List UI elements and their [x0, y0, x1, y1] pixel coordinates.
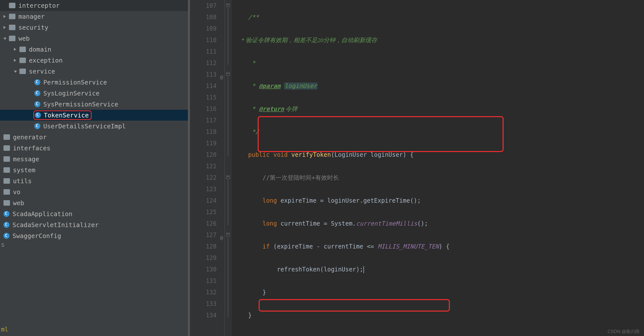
tree-item[interactable]: interfaces [0, 142, 188, 153]
tree-item[interactable]: utils [0, 176, 188, 187]
class-icon [4, 222, 10, 228]
chevron-right-icon[interactable] [4, 14, 8, 19]
class-icon [34, 101, 40, 107]
tree-item[interactable]: web [0, 33, 188, 44]
line-number: 123 [190, 184, 216, 195]
chevron-down-icon[interactable] [4, 36, 8, 41]
line-number: 114 [190, 80, 216, 92]
line-number: 119 [190, 138, 216, 149]
chevron-right-icon[interactable] [14, 47, 18, 52]
tree-item[interactable]: domain [0, 44, 188, 55]
tree-label: interceptor [18, 2, 60, 9]
tree-label: interfaces [13, 144, 50, 152]
tree-item[interactable]: manager [0, 11, 188, 22]
line-number: 121 [190, 160, 216, 172]
tree-label: exception [29, 57, 62, 64]
line-number: 130 [190, 264, 216, 275]
tree-item[interactable]: ScadaServletInitializer [0, 219, 188, 230]
tree-label: web [13, 199, 24, 207]
tree-label: TokenService [44, 112, 89, 119]
tree-label: domain [29, 46, 51, 53]
tree-label: message [13, 155, 39, 163]
line-number: 112 [190, 57, 216, 69]
tree-item[interactable]: vo [0, 187, 188, 197]
line-number: 126 [190, 218, 216, 229]
class-icon [4, 233, 10, 239]
line-number: 109 [190, 23, 216, 34]
folder-icon [4, 189, 10, 195]
tree-item[interactable]: security [0, 22, 188, 33]
fold-column[interactable] [225, 0, 232, 336]
tree-item[interactable]: PermissionService [0, 77, 188, 88]
tree-label: utils [13, 178, 32, 185]
folder-icon [9, 25, 16, 30]
fold-toggle[interactable] [226, 176, 230, 179]
line-number: 127@ [190, 229, 216, 241]
watermark: CSDN @夜の雨 [608, 328, 640, 334]
line-number: 128 [190, 241, 216, 252]
code-editor[interactable]: 107 108 109 110 111 112 113@ 114 115 116… [188, 0, 644, 336]
folder-icon [4, 145, 10, 151]
line-number: 132 [190, 287, 216, 298]
tree-label: ScadaServletInitializer [12, 221, 98, 229]
chevron-right-icon[interactable] [14, 58, 18, 63]
tree-label: ScadaApplication [12, 210, 72, 218]
tree-item[interactable]: SwaggerConfig [0, 230, 188, 241]
folder-icon [9, 3, 16, 8]
line-number: 120 [190, 149, 216, 160]
line-number: 110 [190, 34, 216, 46]
folder-icon [4, 134, 10, 140]
line-number: 118 [190, 126, 216, 138]
line-number: 122 [190, 172, 216, 184]
override-icon[interactable]: @ [220, 71, 223, 83]
class-icon [34, 90, 40, 96]
tree-label: SysPermissionService [43, 101, 118, 108]
fold-toggle[interactable] [226, 233, 230, 236]
tree-label: web [18, 35, 30, 42]
folder-icon [9, 14, 16, 19]
tree-label: SwaggerConfig [12, 232, 61, 240]
tree-item[interactable]: interceptor [0, 0, 188, 11]
line-number: 107 [190, 0, 216, 12]
line-number: 116 [190, 103, 216, 115]
tree-label: manager [18, 13, 44, 20]
tree-label: system [13, 166, 35, 174]
folder-icon [20, 58, 26, 63]
tree-item[interactable]: system [0, 164, 188, 176]
project-tree[interactable]: interceptor manager security web domain … [0, 0, 188, 336]
tree-cut-label: s [0, 241, 188, 248]
code-area[interactable]: /** * 验证令牌有效期，相差不足20分钟，自动刷新缓存 * * @param… [232, 0, 644, 336]
override-icon[interactable]: @ [220, 232, 223, 243]
tree-label: SysLoginService [43, 90, 100, 97]
class-icon [34, 79, 40, 85]
line-number: 113@ [190, 69, 216, 80]
line-gutter: 107 108 109 110 111 112 113@ 114 115 116… [190, 0, 225, 336]
tree-label: PermissionService [43, 79, 107, 86]
line-number: 115 [190, 92, 216, 103]
fold-toggle[interactable] [226, 4, 230, 7]
line-number: 133 [190, 298, 216, 309]
chevron-right-icon[interactable] [4, 25, 8, 30]
tree-item[interactable]: exception [0, 55, 188, 66]
tree-item[interactable]: web [0, 197, 188, 208]
line-number: 124 [190, 195, 216, 206]
tree-item[interactable]: UserDetailsServiceImpl [0, 121, 188, 132]
tree-item-tokenservice[interactable]: TokenService [0, 110, 188, 121]
folder-icon [20, 69, 26, 74]
line-number: 134 [190, 309, 216, 321]
folder-icon [20, 47, 26, 52]
tree-label: security [18, 24, 48, 31]
text-caret [364, 266, 364, 273]
folder-icon [4, 167, 10, 173]
line-number: 125 [190, 206, 216, 218]
class-icon [4, 211, 10, 217]
tree-item[interactable]: SysLoginService [0, 88, 188, 99]
chevron-down-icon[interactable] [14, 69, 18, 74]
fold-toggle[interactable] [226, 72, 230, 76]
tree-item[interactable]: message [0, 153, 188, 164]
tree-item[interactable]: generator [0, 132, 188, 142]
tree-item[interactable]: SysPermissionService [0, 99, 188, 110]
tree-item[interactable]: service [0, 66, 188, 77]
tree-item[interactable]: ScadaApplication [0, 208, 188, 219]
bottom-label: ml [1, 326, 8, 333]
